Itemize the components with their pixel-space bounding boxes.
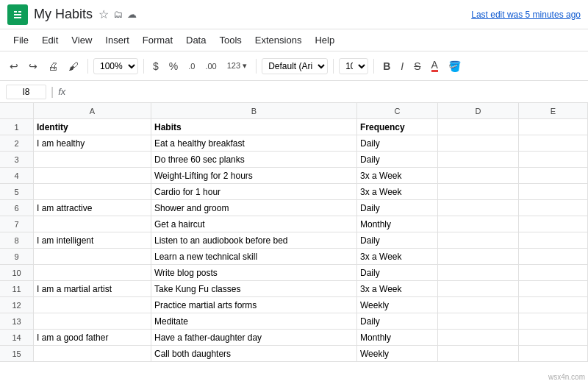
fill-color-button[interactable]: 🪣 bbox=[445, 57, 465, 75]
star-icon[interactable]: ☆ bbox=[98, 7, 109, 21]
cell-2-A[interactable]: I am healthy bbox=[34, 135, 151, 152]
col-header-B[interactable]: B bbox=[151, 103, 357, 119]
cell-7-E[interactable] bbox=[519, 216, 588, 232]
cell-8-C[interactable]: Daily bbox=[357, 232, 438, 249]
cell-7-C[interactable]: Monthly bbox=[357, 216, 438, 232]
cell-1-D[interactable] bbox=[438, 119, 519, 135]
cell-7-D[interactable] bbox=[438, 216, 519, 232]
menu-item-edit[interactable]: Edit bbox=[36, 32, 64, 48]
cell-6-C[interactable]: Daily bbox=[357, 200, 438, 216]
cell-15-A[interactable] bbox=[34, 346, 151, 362]
font-select[interactable]: Default (Ari... bbox=[262, 58, 328, 74]
cell-reference-input[interactable] bbox=[6, 85, 46, 99]
print-button[interactable]: 🖨 bbox=[44, 57, 62, 75]
cell-13-A[interactable] bbox=[34, 313, 151, 330]
cell-9-D[interactable] bbox=[438, 249, 519, 265]
cell-12-C[interactable]: Weekly bbox=[357, 297, 438, 313]
cell-1-C[interactable]: Frequency bbox=[357, 119, 438, 135]
cell-6-A[interactable]: I am attractive bbox=[34, 200, 151, 216]
menu-item-data[interactable]: Data bbox=[180, 32, 212, 48]
cell-4-A[interactable] bbox=[34, 168, 151, 184]
cell-11-C[interactable]: 3x a Week bbox=[357, 281, 438, 297]
cell-6-D[interactable] bbox=[438, 200, 519, 216]
cell-15-C[interactable]: Weekly bbox=[357, 346, 438, 362]
cell-14-B[interactable]: Have a father-daughter day bbox=[151, 330, 357, 346]
strikethrough-button[interactable]: S bbox=[410, 57, 424, 75]
cell-4-D[interactable] bbox=[438, 168, 519, 184]
cell-14-A[interactable]: I am a good father bbox=[34, 330, 151, 346]
cell-8-A[interactable]: I am intelligent bbox=[34, 232, 151, 249]
cell-14-D[interactable] bbox=[438, 330, 519, 346]
cell-3-B[interactable]: Do three 60 sec planks bbox=[151, 152, 357, 168]
cell-1-E[interactable] bbox=[519, 119, 588, 135]
cell-11-E[interactable] bbox=[519, 281, 588, 297]
cell-10-C[interactable]: Daily bbox=[357, 265, 438, 281]
dollar-button[interactable]: $ bbox=[149, 57, 162, 75]
cell-11-B[interactable]: Take Kung Fu classes bbox=[151, 281, 357, 297]
cell-13-D[interactable] bbox=[438, 313, 519, 330]
cell-1-A[interactable]: Identity bbox=[34, 119, 151, 135]
bold-button[interactable]: B bbox=[379, 57, 394, 75]
cell-5-E[interactable] bbox=[519, 184, 588, 200]
cell-12-D[interactable] bbox=[438, 297, 519, 313]
format123-button[interactable]: 123 ▾ bbox=[223, 58, 251, 74]
cell-5-C[interactable]: 3x a Week bbox=[357, 184, 438, 200]
cell-12-E[interactable] bbox=[519, 297, 588, 313]
font-size-select[interactable]: 10 bbox=[339, 58, 368, 74]
cell-4-B[interactable]: Weight-Lifting for 2 hours bbox=[151, 168, 357, 184]
cell-15-B[interactable]: Call both daughters bbox=[151, 346, 357, 362]
cell-3-D[interactable] bbox=[438, 152, 519, 168]
cell-8-E[interactable] bbox=[519, 232, 588, 249]
decimal00-button[interactable]: .00 bbox=[201, 59, 220, 74]
formula-input[interactable] bbox=[70, 86, 582, 97]
cell-10-D[interactable] bbox=[438, 265, 519, 281]
cell-9-B[interactable]: Learn a new technical skill bbox=[151, 249, 357, 265]
cell-3-A[interactable] bbox=[34, 152, 151, 168]
col-header-E[interactable]: E bbox=[519, 103, 588, 119]
menu-item-tools[interactable]: Tools bbox=[213, 32, 247, 48]
last-edit-link[interactable]: Last edit was 5 minutes ago bbox=[471, 10, 581, 20]
cell-10-A[interactable] bbox=[34, 265, 151, 281]
zoom-select[interactable]: 100% bbox=[93, 58, 138, 74]
cell-9-E[interactable] bbox=[519, 249, 588, 265]
cell-4-E[interactable] bbox=[519, 168, 588, 184]
undo-button[interactable]: ↩ bbox=[6, 57, 22, 75]
cell-12-B[interactable]: Practice martial arts forms bbox=[151, 297, 357, 313]
cell-5-D[interactable] bbox=[438, 184, 519, 200]
italic-button[interactable]: I bbox=[397, 57, 407, 75]
cell-11-D[interactable] bbox=[438, 281, 519, 297]
cell-14-C[interactable]: Monthly bbox=[357, 330, 438, 346]
cell-7-B[interactable]: Get a haircut bbox=[151, 216, 357, 232]
percent-button[interactable]: % bbox=[165, 57, 182, 75]
cell-13-B[interactable]: Meditate bbox=[151, 313, 357, 330]
decimal0-button[interactable]: .0 bbox=[184, 59, 198, 74]
folder-icon[interactable]: 🗂 bbox=[113, 9, 123, 20]
menu-item-insert[interactable]: Insert bbox=[99, 32, 135, 48]
cell-2-C[interactable]: Daily bbox=[357, 135, 438, 152]
menu-item-extensions[interactable]: Extensions bbox=[249, 32, 308, 48]
col-header-C[interactable]: C bbox=[357, 103, 438, 119]
cell-15-D[interactable] bbox=[438, 346, 519, 362]
cell-9-C[interactable]: 3x a Week bbox=[357, 249, 438, 265]
cell-13-C[interactable]: Daily bbox=[357, 313, 438, 330]
underline-color-button[interactable]: A bbox=[428, 57, 442, 75]
cell-2-E[interactable] bbox=[519, 135, 588, 152]
cell-11-A[interactable]: I am a martial artist bbox=[34, 281, 151, 297]
cloud-icon[interactable]: ☁ bbox=[127, 9, 137, 20]
cell-14-E[interactable] bbox=[519, 330, 588, 346]
menu-item-format[interactable]: Format bbox=[137, 32, 179, 48]
cell-4-C[interactable]: 3x a Week bbox=[357, 168, 438, 184]
col-header-A[interactable]: A bbox=[34, 103, 151, 119]
cell-3-C[interactable]: Daily bbox=[357, 152, 438, 168]
cell-8-D[interactable] bbox=[438, 232, 519, 249]
cell-8-B[interactable]: Listen to an audiobook before bed bbox=[151, 232, 357, 249]
redo-button[interactable]: ↪ bbox=[25, 57, 41, 75]
cell-9-A[interactable] bbox=[34, 249, 151, 265]
cell-1-B[interactable]: Habits bbox=[151, 119, 357, 135]
cell-2-D[interactable] bbox=[438, 135, 519, 152]
cell-5-A[interactable] bbox=[34, 184, 151, 200]
cell-2-B[interactable]: Eat a healthy breakfast bbox=[151, 135, 357, 152]
cell-6-E[interactable] bbox=[519, 200, 588, 216]
cell-13-E[interactable] bbox=[519, 313, 588, 330]
cell-5-B[interactable]: Cardio for 1 hour bbox=[151, 184, 357, 200]
